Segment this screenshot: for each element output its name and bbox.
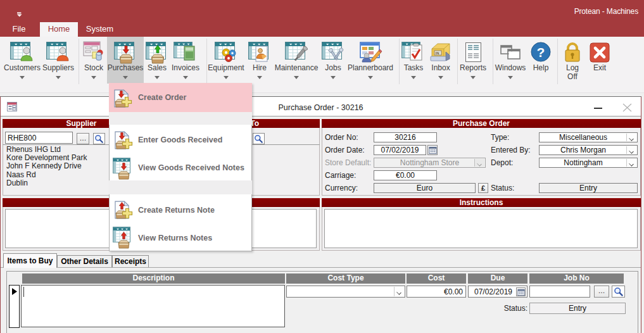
svg-text:IN: IN bbox=[436, 51, 439, 55]
